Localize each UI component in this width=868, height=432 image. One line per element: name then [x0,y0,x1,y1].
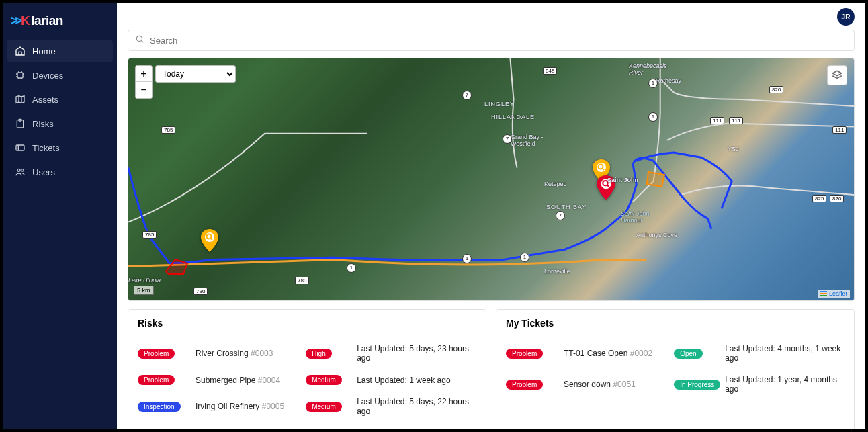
place-label: Lorneville [544,268,570,275]
svg-point-6 [136,36,142,41]
ticket-status-badge: In Progress [674,380,720,390]
route-shield: 1 [462,254,472,263]
route-shield: 780 [295,277,309,284]
route-shield: 845 [543,67,557,75]
risk-zone-orange[interactable] [644,169,667,192]
sidebar-item-risks[interactable]: Risks [7,113,113,134]
ticket-row[interactable]: ProblemTT-01 Case Open #0002OpenLast Upd… [506,338,844,369]
route-shield: 111 [832,126,847,134]
users-icon [15,167,26,177]
layers-button[interactable] [827,65,847,85]
risk-row[interactable]: ProblemRiver Crossing #0003HighLast Upda… [138,338,476,369]
risk-type-badge: Inspection [138,402,181,412]
ticket-icon [15,142,26,153]
risk-updated: Last Updated: 1 week ago [357,376,476,385]
risk-zone-red[interactable] [163,257,190,278]
card-title: My Tickets [506,318,844,329]
risk-row[interactable]: InspectionIrving Oil Refinery #0005Mediu… [138,391,476,422]
sidebar-item-label: Risks [32,119,54,129]
time-filter[interactable]: Today [155,65,236,83]
chip-icon [15,70,26,81]
risk-severity-badge: Medium [306,375,342,385]
ticket-updated: Last Updated: 1 year, 4 months ago [725,375,844,394]
route-shield: 820 [830,195,844,202]
svg-rect-3 [16,145,24,150]
search-input[interactable] [150,36,847,46]
risk-updated: Last Updated: 5 days, 21 hours ago [357,428,476,429]
route-shield: 7 [462,91,472,100]
brand-logo: >>Klarian [3,9,117,39]
route-shield: 785 [161,126,175,134]
risk-severity-badge: Medium [306,402,342,412]
svg-rect-0 [17,73,23,78]
home-icon [15,46,26,56]
risk-row[interactable]: ProblemSubmerged Pipe #0004MediumLast Up… [138,369,476,391]
map-icon [15,94,26,105]
route-shield: 1 [648,112,658,122]
route-shield: 111 [729,117,743,124]
sidebar-item-home[interactable]: Home [7,40,113,62]
avatar[interactable]: JR [837,8,855,26]
risk-row[interactable]: InspectionErosion Risk #0007LowLast Upda… [138,422,476,429]
card-title: Risks [138,318,476,329]
map-attribution[interactable]: Leaflet [818,290,850,298]
place-label: Saint John [607,177,638,183]
sidebar-item-label: Devices [32,71,63,81]
ticket-title: Sensor down #0051 [564,380,674,389]
place-label: Kennebecasis River [629,62,667,76]
sidebar-item-label: Home [32,46,56,56]
risk-severity-badge: High [306,349,332,359]
risks-card: Risks ProblemRiver Crossing #0003HighLas… [128,309,486,429]
search-input-wrap[interactable] [128,30,855,51]
sidebar: >>Klarian Home Devices Assets Risks Tick… [3,3,117,429]
route-shield: 111 [710,117,724,124]
svg-rect-19 [820,293,827,294]
svg-point-5 [21,169,24,171]
map-scale: 5 km [134,286,154,295]
sidebar-item-assets[interactable]: Assets [7,89,113,110]
risk-title: Submerged Pipe #0004 [196,376,306,385]
leaflet-icon [820,291,827,296]
sidebar-item-devices[interactable]: Devices [7,64,113,86]
search-icon [135,34,144,46]
route-shield: 780 [193,288,208,295]
ticket-row[interactable]: ProblemSensor down #0051In ProgressLast … [506,369,844,400]
risk-type-badge: Problem [138,375,175,385]
sidebar-item-tickets[interactable]: Tickets [7,137,113,159]
sidebar-item-label: Users [32,167,55,177]
ticket-updated: Last Updated: 4 months, 1 week ago [725,344,844,363]
svg-marker-8 [647,172,664,187]
map[interactable]: Rothesay Kennebecasis River LINGLEY HILL… [128,58,855,301]
ticket-type-badge: Problem [506,380,543,390]
risk-updated: Last Updated: 5 days, 23 hours ago [357,344,476,363]
svg-marker-7 [166,259,187,274]
risk-type-badge: Problem [138,349,175,359]
route-shield: 7 [503,134,512,144]
zoom-in-button[interactable]: + [136,66,152,82]
map-marker-inspection-yellow[interactable] [201,229,218,252]
place-label: Ketepec [544,181,566,187]
sidebar-item-label: Assets [32,95,58,105]
risk-updated: Last Updated: 5 days, 22 hours ago [357,397,476,416]
place-label: Lake Utopia [128,277,161,284]
tickets-card: My Tickets ProblemTT-01 Case Open #0002O… [496,309,855,429]
place-label: LINGLEY [484,101,515,107]
svg-rect-18 [820,291,827,292]
sidebar-item-users[interactable]: Users [7,161,113,183]
route-shield: 1 [347,263,356,273]
route-shield: 7 [556,211,565,220]
time-filter-select[interactable]: Today [155,65,236,83]
main-content: JR [117,3,865,429]
clipboard-icon [15,118,26,129]
risk-title: Irving Oil Refinery #0005 [196,402,306,411]
zoom-out-button[interactable]: − [136,82,152,98]
place-label: YSJ [728,146,739,153]
route-shield: 785 [142,231,157,239]
route-shield: 825 [812,195,826,202]
route-shield: 1 [648,79,658,88]
svg-point-4 [17,169,20,171]
route-shield: 820 [769,86,783,93]
ticket-title: TT-01 Case Open #0002 [564,349,674,358]
place-label: Rothesay [656,77,681,84]
place-label: Saint John Harbour [621,210,650,224]
